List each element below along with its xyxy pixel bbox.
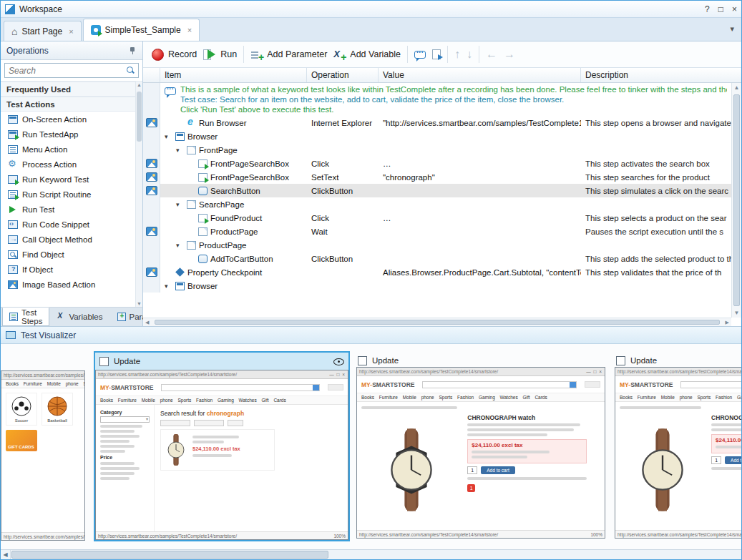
search-input[interactable] — [9, 66, 127, 76]
tab-start-page[interactable]: Start Page × — [4, 21, 82, 41]
close-button[interactable]: × — [732, 4, 737, 14]
grid-horizontal-scrollbar[interactable]: ◀▶ — [143, 318, 731, 326]
comment-bubble-icon — [165, 87, 176, 95]
chevron-down-icon[interactable] — [176, 201, 184, 208]
op-if-object[interactable]: If Object — [1, 262, 142, 277]
tab-close-icon[interactable]: × — [69, 27, 73, 36]
if-object-icon — [8, 265, 18, 274]
add-variable-button[interactable]: Add Variable — [333, 49, 401, 60]
visualizer-frame-header: Update — [615, 354, 741, 367]
table-row-browser-group[interactable]: Browser — [143, 129, 731, 143]
table-row-productpage-wait[interactable]: ProductPage Wait Pauses the script execu… — [143, 225, 731, 238]
watch-image-container — [620, 411, 706, 528]
table-row-property-checkpoint[interactable]: Property Checkpoint Aliases.Browser.Prod… — [143, 265, 731, 279]
record-button[interactable]: Record — [152, 49, 197, 61]
toolbar-separator — [447, 46, 448, 63]
visualizer-image-icon — [146, 172, 157, 182]
add-description-button[interactable] — [432, 49, 441, 59]
visualizer-frame-search-selected[interactable]: Update http://services.smartbear.com/sam… — [94, 351, 350, 541]
column-description[interactable]: Description — [581, 68, 741, 82]
visualizer-frame-product[interactable]: Update http://services.smartbear.com/sam… — [356, 354, 605, 539]
update-checkbox[interactable] — [358, 356, 367, 365]
table-row-searchbutton-selected[interactable]: SearchButton ClickButton This step simul… — [143, 184, 731, 197]
test-steps-grid: Item Operation Value Description This is… — [143, 68, 741, 326]
add-comment-button[interactable] — [414, 51, 426, 59]
grid-vertical-scrollbar[interactable]: ▲▼ — [731, 83, 741, 318]
chevron-down-icon[interactable] — [176, 147, 184, 154]
op-run-test[interactable]: Run Test — [1, 202, 142, 217]
textbox-icon — [198, 173, 208, 182]
table-row-searchpage-group[interactable]: SearchPage — [143, 197, 731, 211]
toolbar-separator — [479, 46, 479, 63]
table-row-searchbox-settext[interactable]: FrontPageSearchBox SetText "chronograph"… — [143, 170, 731, 184]
add-to-cart-button[interactable]: Add to cart — [725, 456, 741, 464]
op-run-testedapp[interactable]: Run TestedApp — [1, 127, 142, 142]
chevron-down-icon[interactable] — [165, 283, 172, 290]
operations-scrollbar[interactable]: ▲▼ — [135, 82, 142, 307]
group-frequently-used[interactable]: Frequently Used — [1, 82, 142, 97]
visualizer-frame-product-partial[interactable]: Update http://services.smartbear.com/sam… — [615, 354, 741, 539]
table-row-addtocart-click[interactable]: AddToCartButton ClickButton This step ad… — [143, 252, 731, 265]
visualizer-frame-category[interactable]: http://services.smartbear.com/samples/Te… — [1, 370, 85, 541]
column-value[interactable]: Value — [379, 68, 581, 82]
visualizer-strip: http://services.smartbear.com/samples/Te… — [1, 344, 741, 549]
watch-image — [633, 427, 693, 513]
eye-icon[interactable] — [333, 356, 344, 366]
run-button[interactable]: Run — [203, 49, 237, 60]
tab-variables[interactable]: Variables — [49, 308, 109, 326]
filter-price-label: Price — [100, 455, 150, 460]
price-box: $24,110.00 excl tax — [711, 434, 741, 453]
update-label: Update — [114, 357, 140, 365]
page-icon — [187, 200, 196, 209]
move-up-icon[interactable] — [454, 48, 460, 61]
chevron-down-icon[interactable] — [165, 133, 172, 140]
op-run-script-routine[interactable]: Run Script Routine — [1, 187, 142, 202]
update-checkbox[interactable] — [99, 357, 109, 366]
comment-row[interactable]: This is a sample of what a keyword test … — [143, 83, 731, 116]
op-run-keyword-test[interactable]: Run Keyword Test — [1, 172, 142, 187]
tab-overflow-chevron-icon[interactable]: ▾ — [730, 24, 734, 34]
button-icon — [198, 187, 208, 195]
gear-icon — [8, 160, 18, 169]
group-test-actions[interactable]: Test Actions — [1, 97, 142, 112]
column-item[interactable]: Item — [160, 68, 307, 82]
table-row-run-browser[interactable]: Run Browser Internet Explorer "http://se… — [143, 116, 731, 129]
table-row-frontpage-group[interactable]: FrontPage — [143, 143, 731, 157]
table-row-foundproduct-click[interactable]: FoundProduct Click … This step selects a… — [143, 211, 731, 225]
float-button[interactable]: □ — [718, 4, 723, 14]
visualizer-horizontal-scrollbar[interactable]: ◀ — [1, 549, 741, 559]
quantity-stepper[interactable]: 1 — [467, 466, 477, 474]
op-menu-action[interactable]: Menu Action — [1, 142, 142, 157]
op-find-object[interactable]: Find Object — [1, 247, 142, 262]
add-to-cart-button[interactable]: Add to cart — [481, 466, 514, 474]
add-parameter-button[interactable]: Add Parameter — [250, 49, 327, 60]
screenshot-search-results: http://services.smartbear.com/samples/Te… — [95, 370, 348, 540]
move-down-icon[interactable] — [467, 48, 472, 61]
quantity-stepper[interactable]: 1 — [711, 456, 721, 464]
table-row-productpage-group[interactable]: ProductPage — [143, 238, 731, 252]
soccer-ball-image — [11, 396, 32, 417]
chevron-down-icon[interactable] — [176, 242, 184, 249]
column-operation[interactable]: Operation — [307, 68, 379, 82]
pin-icon[interactable] — [129, 46, 137, 55]
store-search-box — [680, 381, 741, 388]
run-script-icon — [8, 190, 18, 199]
search-icon[interactable] — [127, 67, 135, 74]
table-row-browser-group[interactable]: Browser — [143, 279, 731, 293]
op-process-action[interactable]: Process Action — [1, 157, 142, 172]
screenshot-product-page: http://services.smartbear.com/samples/Te… — [356, 367, 605, 539]
tab-test-steps[interactable]: Test Steps — [2, 308, 49, 326]
op-call-object-method[interactable]: Call Object Method — [1, 232, 142, 247]
tab-simpletest-sample[interactable]: SimpleTest_Sample × — [83, 19, 200, 41]
table-row-searchbox-click[interactable]: FrontPageSearchBox Click … This step act… — [143, 157, 731, 170]
indent-right-icon[interactable] — [504, 48, 515, 61]
indent-left-icon[interactable] — [486, 48, 497, 61]
op-on-screen-action[interactable]: On-Screen Action — [1, 112, 142, 127]
zoom-level: 100% — [333, 534, 346, 539]
tab-close-icon[interactable]: × — [187, 26, 192, 34]
update-checkbox[interactable] — [616, 356, 625, 365]
op-run-code-snippet[interactable]: Run Code Snippet — [1, 217, 142, 232]
help-button[interactable]: ? — [705, 4, 710, 14]
op-image-based-action[interactable]: Image Based Action — [1, 277, 142, 292]
run-arrow-icon — [8, 205, 18, 214]
